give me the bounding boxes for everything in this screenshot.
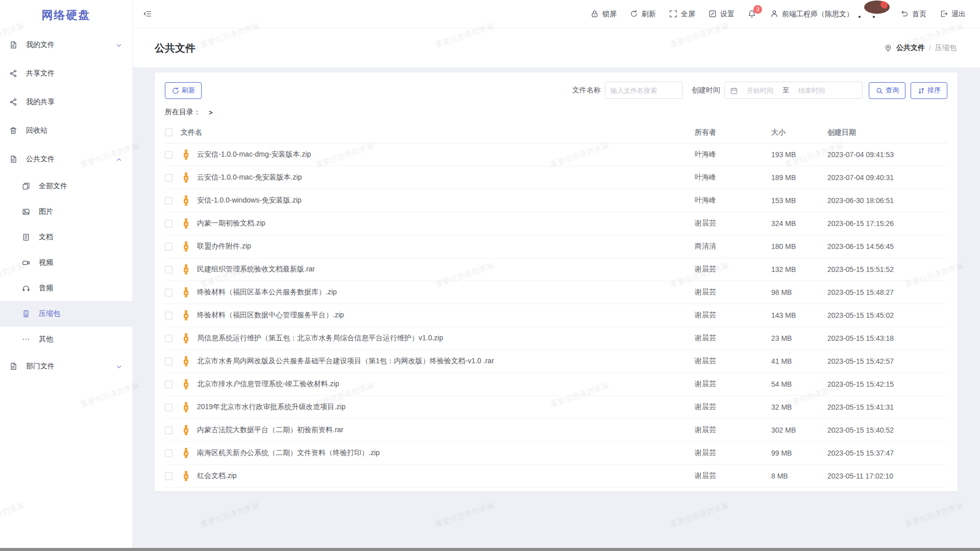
file-name[interactable]: 北京市排水户信息管理系统-竣工验收材料.zip: [197, 380, 339, 389]
fullscreen-button[interactable]: 全屏: [669, 10, 695, 19]
table-row[interactable]: 终验材料（福田区数据中心管理服务平台）.zip 谢晨芸 143 MB 2023-…: [165, 304, 947, 327]
file-name[interactable]: 北京市水务局内网改版及公共服务基础平台建设项目（第1包：内网改版）终验验文档-v…: [197, 357, 494, 366]
row-checkbox[interactable]: [165, 289, 173, 296]
table-row[interactable]: 南海区机关新办公系统（二期）文件资料（终验打印）.zip 谢晨芸 99 MB 2…: [165, 442, 947, 465]
zip-file-icon: [181, 356, 191, 366]
table-row[interactable]: 红会文档.zip 谢晨芸 8 MB 2023-05-11 17:02:10: [165, 465, 947, 488]
sidebar-item-all-files[interactable]: 全部文件: [0, 173, 132, 199]
end-date-input[interactable]: [789, 87, 834, 94]
logout-button[interactable]: 退出: [940, 10, 966, 19]
query-button[interactable]: 查询: [869, 82, 905, 99]
row-checkbox[interactable]: [165, 220, 173, 228]
user-menu[interactable]: 前端工程师（陈思文）: [770, 10, 853, 19]
home-button[interactable]: 首页: [900, 10, 926, 19]
sidebar-item-others[interactable]: 其他: [0, 327, 132, 352]
sidebar-item-videos[interactable]: 视频: [0, 250, 132, 276]
file-owner: 叶海峰: [695, 150, 771, 159]
file-date: 2023-05-15 15:42:15: [827, 380, 947, 388]
file-date: 2023-06-15 14:56:45: [827, 242, 947, 251]
sidebar-item-archives[interactable]: 压缩包: [0, 301, 132, 327]
table-row[interactable]: 北京市水务局内网改版及公共服务基础平台建设项目（第1包：内网改版）终验验文档-v…: [165, 350, 947, 373]
file-name[interactable]: 云安信-1.0.0-mac-免安装版本.zip: [197, 173, 302, 182]
file-name[interactable]: 安信-1.0.0-windows-免安装版.zip: [197, 196, 302, 205]
row-checkbox[interactable]: [165, 243, 173, 251]
file-name[interactable]: 终验材料（福田区数据中心管理服务平台）.zip: [197, 311, 344, 320]
file-icon: [9, 155, 17, 163]
file-owner: 谢晨芸: [695, 288, 771, 297]
lock-screen-button[interactable]: 锁屏: [591, 10, 617, 19]
row-checkbox[interactable]: [165, 335, 173, 342]
row-checkbox[interactable]: [165, 449, 173, 457]
row-checkbox[interactable]: [165, 197, 173, 205]
row-checkbox[interactable]: [165, 174, 173, 182]
date-range-picker[interactable]: 至: [724, 82, 863, 99]
table-row[interactable]: 终验材料（福田区基本公共服务数据库）.zip 谢晨芸 98 MB 2023-05…: [165, 281, 947, 304]
location-pin-icon: [884, 44, 892, 52]
directory-root-arrow[interactable]: >: [209, 109, 213, 116]
app-logo: 网络硬盘: [0, 0, 132, 31]
zip-file-icon: [181, 218, 191, 229]
row-checkbox[interactable]: [165, 266, 173, 273]
table-row[interactable]: 局信息系统运行维护（第五包：北京市水务局综合信息平台运行维护）v1.0.zip …: [165, 327, 947, 350]
sidebar-collapse-button[interactable]: [143, 10, 153, 19]
row-checkbox[interactable]: [165, 381, 173, 388]
sort-button[interactable]: 排序: [911, 82, 947, 99]
sidebar-item-my-files[interactable]: 我的文件: [0, 31, 132, 59]
settings-button[interactable]: 设置: [708, 10, 734, 19]
row-checkbox[interactable]: [165, 404, 173, 411]
table-row[interactable]: 内蒙古法院大数据平台（二期）初验前资料.rar 谢晨芸 302 MB 2023-…: [165, 419, 947, 442]
sidebar-item-my-shares[interactable]: 我的共享: [0, 88, 132, 116]
filename-search-input[interactable]: [605, 82, 683, 99]
table-row[interactable]: 2019年北京市水行政审批系统升级改造项目.zip 谢晨芸 32 MB 2023…: [165, 396, 947, 419]
refresh-button[interactable]: 刷新: [630, 10, 656, 19]
sidebar-item-recycle-bin[interactable]: 回收站: [0, 116, 132, 145]
file-name[interactable]: 内蒙古法院大数据平台（二期）初验前资料.rar: [197, 425, 344, 435]
file-size: 143 MB: [771, 311, 827, 319]
file-name[interactable]: 内蒙一期初验文档.zip: [197, 219, 265, 228]
row-checkbox[interactable]: [165, 472, 173, 480]
zip-file-icon: [181, 149, 191, 160]
trash-icon: [9, 127, 17, 135]
sidebar-item-public-files[interactable]: 公共文件: [0, 145, 132, 173]
table-row[interactable]: 民建组织管理系统验收文档最新版.rar 谢晨芸 132 MB 2023-05-1…: [165, 258, 947, 281]
file-name[interactable]: 终验材料（福田区基本公共服务数据库）.zip: [197, 288, 337, 297]
table-row[interactable]: 云安信-1.0.0-mac-免安装版本.zip 叶海峰 189 MB 2023-…: [165, 166, 947, 189]
start-date-input[interactable]: [738, 87, 782, 94]
user-avatar[interactable]: [867, 4, 887, 24]
notifications-button[interactable]: 3: [748, 10, 757, 19]
sidebar-item-audio[interactable]: 音频: [0, 276, 132, 301]
file-name[interactable]: 民建组织管理系统验收文档最新版.rar: [197, 265, 315, 274]
select-all-checkbox[interactable]: [165, 129, 173, 136]
list-refresh-button[interactable]: 刷新: [165, 82, 202, 99]
table-row[interactable]: 安信-1.0.0-windows-免安装版.zip 叶海峰 153 MB 202…: [165, 189, 947, 212]
person-icon: [770, 10, 779, 18]
sidebar-item-images[interactable]: 图片: [0, 199, 132, 224]
table-row[interactable]: 内蒙一期初验文档.zip 谢晨芸 324 MB 2023-06-15 17:15…: [165, 212, 947, 235]
column-header-date: 创建日期: [827, 128, 947, 137]
file-name[interactable]: 红会文档.zip: [197, 471, 237, 481]
row-checkbox[interactable]: [165, 427, 173, 434]
sidebar-item-department-files[interactable]: 部门文件: [0, 352, 132, 381]
row-checkbox[interactable]: [165, 358, 173, 365]
sidebar-nav: 我的文件 共享文件 我的共享 回收站 公共文件: [0, 31, 132, 381]
file-icon: [9, 41, 17, 49]
file-date: 2023-05-15 15:37:47: [827, 449, 947, 457]
table-row[interactable]: 联盟办件附件.zip 商清清 180 MB 2023-06-15 14:56:4…: [165, 235, 947, 258]
file-name[interactable]: 联盟办件附件.zip: [197, 242, 251, 251]
file-name[interactable]: 局信息系统运行维护（第五包：北京市水务局综合信息平台运行维护）v1.0.zip: [197, 334, 443, 343]
table-row[interactable]: 云安信-1.0.0-mac-dmg-安装版本.zip 叶海峰 193 MB 20…: [165, 143, 947, 166]
breadcrumb-root[interactable]: 公共文件: [896, 43, 925, 53]
file-name[interactable]: 2019年北京市水行政审批系统升级改造项目.zip: [197, 403, 346, 412]
file-date: 2023-05-15 15:43:18: [827, 334, 947, 342]
sidebar-item-shared-files[interactable]: 共享文件: [0, 59, 132, 88]
zip-icon: [22, 310, 30, 318]
file-size: 153 MB: [771, 196, 827, 205]
file-owner: 谢晨芸: [695, 334, 771, 343]
file-name[interactable]: 云安信-1.0.0-mac-dmg-安装版本.zip: [197, 150, 311, 159]
file-name[interactable]: 南海区机关新办公系统（二期）文件资料（终验打印）.zip: [197, 448, 380, 458]
row-checkbox[interactable]: [165, 151, 173, 159]
row-checkbox[interactable]: [165, 312, 173, 319]
sidebar-item-documents[interactable]: 文档: [0, 224, 132, 250]
table-row[interactable]: 北京市排水户信息管理系统-竣工验收材料.zip 谢晨芸 54 MB 2023-0…: [165, 373, 947, 396]
file-size: 98 MB: [771, 288, 827, 296]
